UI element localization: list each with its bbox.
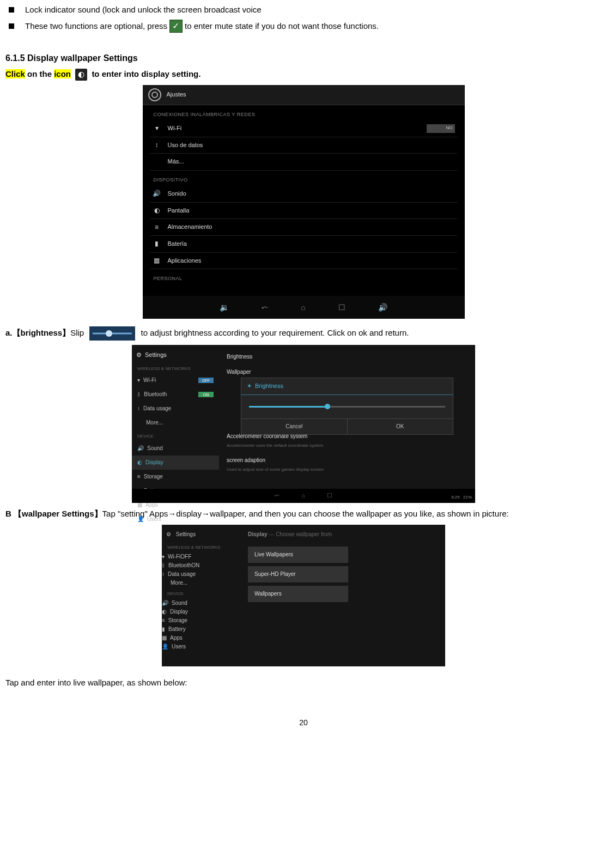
battery-label: Batería bbox=[168, 239, 187, 249]
row-data-usage[interactable]: ↕Data usage bbox=[162, 570, 244, 579]
brightness-slider[interactable] bbox=[249, 406, 445, 408]
wifi-toggle[interactable]: NO bbox=[427, 124, 455, 133]
row-storage[interactable]: ≡Storage bbox=[162, 616, 244, 625]
row-storage[interactable]: ≡ Almacenamiento bbox=[150, 219, 457, 236]
more-label: More... bbox=[171, 580, 187, 586]
home-icon[interactable]: ⌂ bbox=[301, 301, 305, 313]
checkbox-checked-icon: ✓ bbox=[169, 20, 183, 33]
row-more[interactable]: More... bbox=[162, 579, 244, 587]
sound-label: Sound bbox=[172, 600, 187, 606]
option-superhd-player[interactable]: Super-HD Player bbox=[248, 566, 348, 582]
system-navbar: ⤺ ⌂ ☐ bbox=[132, 489, 475, 503]
wallpaper-prefix: B 【wallpaper Settings】 bbox=[5, 509, 102, 518]
row-screen-adaption[interactable]: screen adaption Used to adjust size of s… bbox=[224, 453, 470, 477]
wifi-label: Wi-Fi bbox=[143, 376, 156, 385]
bt-toggle[interactable]: ON bbox=[191, 562, 199, 568]
row-display[interactable]: ◐Display bbox=[132, 456, 219, 470]
display-label: Pantalla bbox=[168, 206, 190, 216]
brightness-prefix: a.【brightness】 bbox=[5, 328, 70, 337]
more-label: More... bbox=[146, 418, 163, 427]
row-storage[interactable]: ≡Storage bbox=[132, 470, 219, 484]
recents-icon[interactable]: ☐ bbox=[327, 491, 332, 501]
brightness-slip: Slip bbox=[70, 328, 84, 337]
volume-down-icon[interactable]: 🔉 bbox=[220, 301, 229, 313]
option-wallpapers[interactable]: Wallpapers bbox=[248, 586, 348, 602]
brightness-instruction: a.【brightness】Slip to adjust brightness … bbox=[5, 326, 602, 341]
bullet-item: These two functions are optional, press … bbox=[5, 20, 602, 33]
hl-icon: icon bbox=[54, 69, 71, 78]
home-icon[interactable]: ⌂ bbox=[301, 491, 305, 501]
row-data-usage[interactable]: ↕Data usage bbox=[132, 402, 219, 416]
gear-icon: ⚙ bbox=[136, 350, 142, 360]
users-label: Users bbox=[147, 515, 161, 524]
users-label: Users bbox=[172, 644, 186, 650]
bluetooth-label: Bluetooth bbox=[168, 562, 191, 568]
row-bluetooth[interactable]: ᛒBluetoothON bbox=[132, 387, 219, 402]
brightness-rest: to adjust brightness according to your r… bbox=[141, 328, 409, 337]
row-apps[interactable]: ▦ Aplicaciones bbox=[150, 253, 457, 270]
back-icon[interactable]: ⤺ bbox=[275, 491, 280, 501]
category-wireless: WIRELESS & NETWORKS bbox=[132, 362, 219, 374]
option-live-wallpapers[interactable]: Live Wallpapers bbox=[248, 547, 348, 563]
battery-icon: ▮ bbox=[153, 240, 161, 248]
row-wifi[interactable]: ▾Wi-FiOFF bbox=[132, 373, 219, 387]
settings-header: ⚙ Settings bbox=[162, 528, 244, 541]
display-label: Display bbox=[145, 458, 163, 467]
row-sound[interactable]: 🔊Sound bbox=[162, 599, 244, 608]
row-data-usage[interactable]: ↕ Uso de datos bbox=[150, 137, 457, 154]
row-sound[interactable]: 🔊Sound bbox=[132, 441, 219, 456]
row-bluetooth[interactable]: ᛒBluetoothON bbox=[162, 561, 244, 570]
volume-up-icon[interactable]: 🔊 bbox=[378, 301, 387, 313]
settings-title: Settings bbox=[176, 531, 196, 537]
row-wifi[interactable]: ▾Wi-FiOFF bbox=[162, 553, 244, 561]
wifi-toggle[interactable]: OFF bbox=[198, 378, 214, 383]
wifi-label: Wi-Fi bbox=[168, 554, 180, 560]
ok-button[interactable]: OK bbox=[348, 419, 453, 434]
back-icon[interactable]: ⤺ bbox=[262, 301, 268, 313]
row-more[interactable]: Más... bbox=[150, 154, 457, 171]
bullet-text-b: to enter mute state if you do not want t… bbox=[185, 20, 379, 33]
row-brightness[interactable]: Brightness bbox=[224, 349, 470, 365]
wifi-label: Wi-Fi bbox=[168, 124, 182, 133]
speaker-icon: 🔊 bbox=[162, 600, 168, 606]
row-battery[interactable]: ▮Battery bbox=[162, 625, 244, 634]
cancel-button[interactable]: Cancel bbox=[241, 419, 348, 434]
settings-title: Settings bbox=[145, 350, 167, 360]
brightness-dialog: ✶ Brightness Cancel OK bbox=[241, 378, 453, 435]
spacer-icon bbox=[153, 157, 161, 166]
users-icon: 👤 bbox=[162, 644, 168, 650]
wallpaper-instruction: B 【wallpaper Settings】Tap "setting" Apps… bbox=[5, 507, 602, 520]
display-icon: ◐ bbox=[162, 609, 167, 615]
wifi-toggle[interactable]: OFF bbox=[180, 554, 191, 560]
clock: 8:25 bbox=[451, 495, 460, 500]
more-label: Más... bbox=[168, 157, 184, 167]
row-battery[interactable]: ▮ Batería bbox=[150, 236, 457, 253]
battery-label: Battery bbox=[168, 626, 186, 632]
settings-title: Ajustes bbox=[167, 90, 186, 100]
adapt-sublabel: Used to adjust size of some games displa… bbox=[227, 467, 324, 472]
row-wifi[interactable]: ▾ Wi-Fi NO bbox=[150, 120, 457, 137]
row-display[interactable]: ◐ Pantalla bbox=[150, 203, 457, 220]
wallpaper-label: Wallpaper bbox=[227, 369, 251, 375]
text-rest: to enter into display setting. bbox=[92, 69, 201, 78]
row-display[interactable]: ◐Display bbox=[162, 608, 244, 616]
data-usage-label: Uso de datos bbox=[168, 141, 203, 150]
tap-instruction: Tap and enter into live wallpaper, as sh… bbox=[5, 676, 602, 689]
row-apps[interactable]: ▦Apps bbox=[162, 634, 244, 642]
battery-icon: ▮ bbox=[162, 626, 165, 632]
bt-toggle[interactable]: ON bbox=[198, 392, 214, 397]
apps-label: Apps bbox=[170, 635, 183, 641]
screenshot-wallpaper: ⚙ Settings WIRELESS & NETWORKS ▾Wi-FiOFF… bbox=[162, 525, 445, 666]
row-users[interactable]: 👤Users bbox=[162, 642, 244, 651]
display-header: Display — Choose wallpaper from bbox=[248, 528, 441, 543]
recents-icon[interactable]: ☐ bbox=[338, 301, 345, 313]
display-settings-icon: ◐ bbox=[75, 69, 87, 81]
row-more[interactable]: More... bbox=[132, 416, 219, 430]
storage-icon: ≡ bbox=[137, 472, 141, 481]
row-sound[interactable]: 🔊 Sonido bbox=[150, 186, 457, 203]
gear-icon: ⚙ bbox=[166, 531, 171, 537]
category-personal: PERSONAL bbox=[150, 269, 457, 284]
display-icon: ◐ bbox=[137, 458, 142, 467]
gear-icon bbox=[148, 88, 161, 101]
brightness-star-icon: ✶ bbox=[247, 381, 252, 391]
